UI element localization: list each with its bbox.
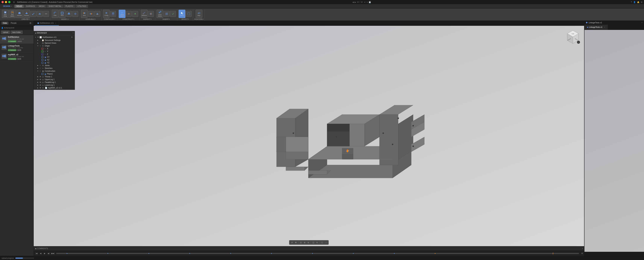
expand-comments-btn[interactable]: ◀ — [35, 248, 36, 250]
viewport-canvas[interactable]: ◀ BROWSER + ▼ 👁 ⬜ DollSkeleton v11 ⚙ — [34, 26, 584, 246]
x-vis[interactable] — [41, 48, 44, 50]
second-window-close[interactable]: × — [642, 22, 642, 24]
loft-btn[interactable] — [37, 11, 43, 17]
browser-item-x[interactable]: ─ X — [34, 47, 74, 50]
sidebar-tab-people[interactable]: People — [9, 22, 18, 24]
nav-back[interactable]: ◀ — [352, 1, 354, 3]
offset-plane-btn[interactable]: OffsetPlane — [119, 10, 126, 18]
root-eye-checkbox[interactable]: 👁 — [37, 36, 39, 38]
new-component-btn[interactable]: NewComp — [2, 10, 8, 18]
browser-item-y[interactable]: ─ Y — [34, 50, 74, 53]
construct-group-label[interactable]: CONSTRUCT ▾ — [122, 18, 134, 20]
align-btn[interactable]: Align — [196, 10, 202, 18]
canvas-btn[interactable] — [164, 11, 170, 17]
timeline-play-btn[interactable]: ▶ — [43, 252, 46, 255]
upperleg-vis[interactable]: 👁 — [39, 79, 42, 81]
save-btn[interactable]: 💾 — [368, 1, 371, 3]
tab-dollskeleton[interactable]: DollSkeleton v11 × — [35, 20, 59, 26]
close-tab-dollskeleton[interactable]: × — [55, 22, 56, 24]
browser-item-joints[interactable]: ▶ 👁 ⚙ Joints — [34, 64, 74, 67]
tab-solid[interactable]: SOLID — [14, 5, 24, 8]
browser-item-thorax[interactable]: ▶ 👁 🗂 Thorax 1 — [34, 75, 74, 78]
close-button[interactable] — [2, 1, 4, 3]
plane1-vis[interactable] — [41, 73, 44, 75]
zoom-out-btn[interactable]: ⊖ — [307, 241, 310, 244]
zoom-in-btn[interactable]: ⊕ — [303, 241, 306, 244]
sweep-btn[interactable] — [30, 11, 36, 17]
joints-expand[interactable]: ▶ — [37, 65, 39, 66]
origin-expand[interactable]: ▼ — [37, 45, 39, 47]
timeline-prev-btn[interactable]: ◀ — [39, 252, 42, 255]
browser-item-lowerleg[interactable]: ▶ 👁 🗂 LowerLeg 1 — [34, 84, 74, 87]
redo-btn[interactable]: ↪ — [366, 1, 368, 3]
browser-item-namedviews[interactable]: ▶ 🎥 Named Views — [34, 42, 74, 44]
navigation-cube[interactable]: TOP FRONT RIGHT ⌂ — [565, 29, 580, 44]
version-badge-dollskeleton[interactable]: v11 ▾ — [17, 40, 22, 42]
second-tab-close[interactable]: × — [604, 26, 605, 28]
position-group-label[interactable]: POSITION ▾ — [194, 18, 204, 20]
root-expand-arrow[interactable]: ▼ — [34, 36, 37, 38]
more-view-btn[interactable]: ⋯ — [324, 241, 328, 244]
configure-group-label[interactable]: CONFIGURE ▾ — [104, 18, 115, 20]
box-select-btn[interactable] — [186, 11, 192, 17]
timeline-next-btn[interactable]: ▶| — [47, 252, 50, 255]
browser-item-construction[interactable]: ▼ 👁 ▦ Construction — [34, 70, 74, 72]
select-btn[interactable]: Select — [178, 10, 185, 18]
expand-browser-btn[interactable]: + — [72, 32, 74, 34]
design-mode-arrow[interactable]: ▾ — [11, 5, 12, 7]
notification-icon[interactable]: 🔔 — [637, 1, 639, 3]
project-item-dollskeleton[interactable]: DollSkeleton 10/19/2024 10:16 AM ✏ Edita… — [0, 35, 34, 44]
help-icon[interactable]: ? — [631, 1, 632, 3]
browser-item-xz[interactable]: ◪ XZ — [34, 58, 74, 61]
undo-btn[interactable]: ↩ — [364, 1, 366, 3]
maximize-button[interactable] — [8, 1, 10, 3]
design-mode-label[interactable]: DESIGN — [3, 5, 10, 7]
new-sketch-btn[interactable]: NewSketch — [9, 10, 16, 18]
tab-plastic[interactable]: PLASTIC — [64, 5, 75, 8]
joint-btn[interactable]: Joint — [81, 10, 88, 18]
version-badge-linkagetests[interactable]: v1 ▾ — [17, 49, 21, 51]
more-create-btn[interactable] — [43, 11, 49, 17]
orbit-btn[interactable]: ⟳ — [290, 241, 294, 244]
move-btn[interactable] — [72, 11, 78, 17]
as-built-joint-btn[interactable] — [88, 11, 94, 17]
tab-surface[interactable]: SURFACE — [24, 5, 37, 8]
construction-expand[interactable]: ▼ — [37, 70, 39, 72]
render-mode-btn[interactable]: ☀ — [316, 241, 319, 244]
perspective-btn[interactable]: ⬡ — [320, 241, 324, 244]
nav-forward[interactable]: ▶ — [354, 1, 356, 3]
xy-vis[interactable] — [41, 56, 44, 58]
browser-item-sketches[interactable]: ▶ 👁 ✏ Sketches — [34, 67, 74, 70]
timeline-end-btn[interactable]: ▶▶| — [51, 252, 55, 255]
tab-sheet-metal[interactable]: SHEET METAL — [47, 5, 64, 8]
insert-svg-btn[interactable] — [170, 11, 176, 17]
second-tab-linkagetests[interactable]: LinkageTests v1 × — [584, 25, 608, 30]
settings-icon[interactable]: ⚙ — [641, 1, 642, 3]
tab-mesh[interactable]: MESH — [37, 5, 46, 8]
version-badge-mg996r[interactable]: v1 ▾ — [17, 58, 21, 60]
section-analysis-btn[interactable] — [148, 11, 154, 17]
browser-item-origin[interactable]: ▼ 👁 ⊕ Origin — [34, 44, 74, 47]
construct-point-btn[interactable] — [132, 11, 138, 17]
browser-item-xy[interactable]: ◪ XY — [34, 56, 74, 58]
joints-vis[interactable]: 👁 — [39, 65, 42, 66]
shell-btn[interactable]: Shell — [59, 10, 66, 18]
namedviews-expand[interactable]: ▶ — [37, 42, 39, 44]
inspect-group-label[interactable]: INSPECT ▾ — [143, 18, 152, 20]
ground-btn[interactable] — [94, 11, 100, 17]
3d-model-viewport[interactable] — [262, 85, 411, 187]
upperleg-expand[interactable]: ▶ — [37, 79, 39, 80]
mg966r-expand[interactable]: ▶ — [37, 87, 39, 89]
sidebar-tab-data[interactable]: Data — [2, 22, 8, 24]
display-mode-btn[interactable]: ◫ — [312, 241, 315, 244]
browser-item-mg966r[interactable]: ▶ 👁 ⚙ 📄 mg966R_v2 v1:1 — [34, 87, 74, 89]
insert-group-label[interactable]: INSERT ▾ — [163, 18, 170, 20]
sketches-expand[interactable]: ▶ — [37, 67, 39, 69]
upload-btn[interactable]: Upload — [1, 31, 10, 34]
construct-axis-btn[interactable] — [126, 11, 132, 17]
collapse-browser-btn[interactable]: ◀ — [35, 32, 36, 34]
account-icon[interactable]: 👤 — [633, 1, 636, 3]
insert-derive-btn[interactable]: InsertDerive — [156, 10, 163, 18]
browser-item-yz[interactable]: ◪ YZ — [34, 61, 74, 64]
lowerleg-expand[interactable]: ▶ — [37, 84, 39, 86]
